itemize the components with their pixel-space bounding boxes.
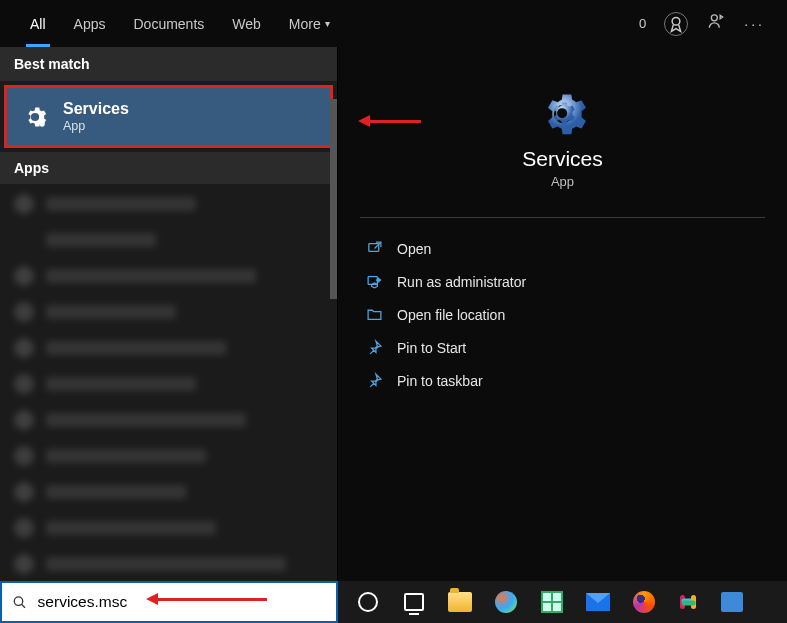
list-item[interactable] bbox=[14, 230, 323, 250]
browser-icon[interactable] bbox=[720, 590, 744, 614]
file-explorer-icon[interactable] bbox=[448, 590, 472, 614]
firefox-icon[interactable] bbox=[632, 590, 656, 614]
scrollbar-thumb[interactable] bbox=[330, 99, 337, 299]
list-item[interactable] bbox=[14, 338, 323, 358]
list-item[interactable] bbox=[14, 446, 323, 466]
action-label: Open bbox=[397, 241, 431, 257]
rewards-count: 0 bbox=[639, 16, 646, 31]
paint-icon[interactable] bbox=[494, 590, 518, 614]
result-subtitle: App bbox=[63, 119, 129, 133]
tab-all[interactable]: All bbox=[16, 0, 60, 47]
svg-point-2 bbox=[39, 121, 44, 126]
annotation-arrow bbox=[358, 115, 421, 127]
tab-documents[interactable]: Documents bbox=[119, 0, 218, 47]
bottom-bar bbox=[0, 581, 787, 623]
list-item[interactable] bbox=[14, 482, 323, 502]
search-icon bbox=[12, 594, 28, 611]
divider bbox=[360, 217, 765, 218]
list-item[interactable] bbox=[14, 194, 323, 214]
task-view-icon[interactable] bbox=[402, 590, 426, 614]
tab-more[interactable]: More▾ bbox=[275, 0, 344, 47]
tab-label: Apps bbox=[74, 16, 106, 32]
svg-point-5 bbox=[14, 596, 22, 604]
list-item[interactable] bbox=[14, 302, 323, 322]
tab-label: Documents bbox=[133, 16, 204, 32]
action-open-file-location[interactable]: Open file location bbox=[360, 298, 765, 331]
section-apps: Apps bbox=[0, 152, 337, 184]
result-title: Services bbox=[63, 100, 129, 118]
tab-label: All bbox=[30, 16, 46, 32]
preview-panel: Services App Open Run as administrator O… bbox=[338, 47, 787, 581]
action-label: Pin to taskbar bbox=[397, 373, 483, 389]
action-run-as-admin[interactable]: Run as administrator bbox=[360, 265, 765, 298]
tab-label: Web bbox=[232, 16, 261, 32]
svg-point-0 bbox=[672, 17, 680, 25]
list-item[interactable] bbox=[14, 410, 323, 430]
cortana-icon[interactable] bbox=[356, 590, 380, 614]
gear-icon bbox=[360, 89, 765, 139]
action-open[interactable]: Open bbox=[360, 232, 765, 265]
action-pin-to-start[interactable]: Pin to Start bbox=[360, 331, 765, 364]
svg-rect-3 bbox=[369, 244, 379, 252]
action-label: Open file location bbox=[397, 307, 505, 323]
section-best-match: Best match bbox=[0, 47, 337, 81]
gear-icon bbox=[21, 103, 49, 131]
svg-point-1 bbox=[712, 14, 718, 20]
top-right-controls: 0 ··· bbox=[639, 12, 779, 36]
annotation-arrow bbox=[146, 593, 267, 605]
rewards-icon[interactable] bbox=[664, 12, 688, 36]
slack-icon[interactable] bbox=[678, 592, 698, 612]
calculator-icon[interactable] bbox=[540, 590, 564, 614]
more-options-icon[interactable]: ··· bbox=[744, 16, 765, 32]
mail-icon[interactable] bbox=[586, 590, 610, 614]
preview-title: Services bbox=[360, 147, 765, 171]
action-label: Run as administrator bbox=[397, 274, 526, 290]
tab-web[interactable]: Web bbox=[218, 0, 275, 47]
preview-subtitle: App bbox=[360, 174, 765, 189]
list-item[interactable] bbox=[14, 554, 323, 574]
blurred-results-list bbox=[0, 184, 337, 581]
taskbar bbox=[338, 581, 787, 623]
best-match-result[interactable]: Services App bbox=[4, 85, 333, 148]
list-item[interactable] bbox=[14, 518, 323, 538]
action-pin-to-taskbar[interactable]: Pin to taskbar bbox=[360, 364, 765, 397]
list-item[interactable] bbox=[14, 266, 323, 286]
result-text: Services App bbox=[63, 100, 129, 133]
chevron-down-icon: ▾ bbox=[325, 18, 330, 29]
action-label: Pin to Start bbox=[397, 340, 466, 356]
feedback-icon[interactable] bbox=[706, 12, 726, 36]
search-results-panel: Best match Services App Apps bbox=[0, 47, 338, 581]
search-filter-tabs: All Apps Documents Web More▾ 0 ··· bbox=[0, 0, 787, 47]
search-box[interactable] bbox=[0, 581, 338, 623]
list-item[interactable] bbox=[14, 374, 323, 394]
tab-label: More bbox=[289, 16, 321, 32]
tab-apps[interactable]: Apps bbox=[60, 0, 120, 47]
